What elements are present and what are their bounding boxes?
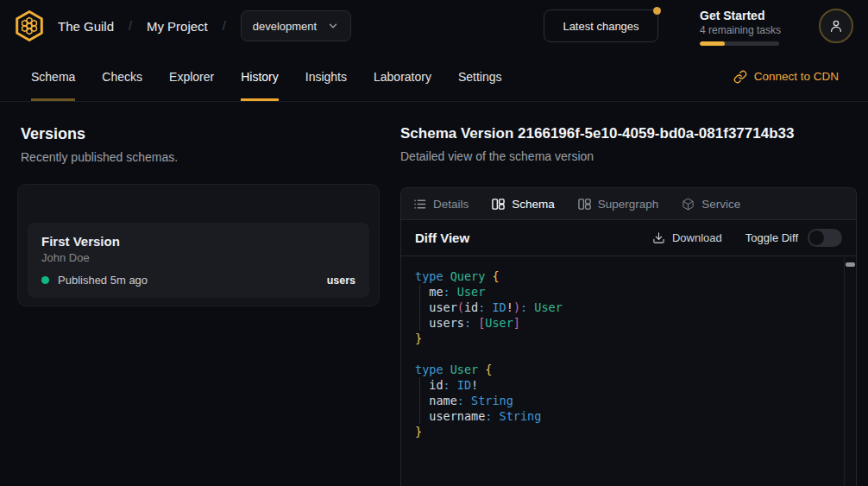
target-selector[interactable]: development — [241, 10, 351, 41]
download-button[interactable]: Download — [652, 231, 722, 244]
tab-checks[interactable]: Checks — [102, 52, 142, 101]
diff-view-title: Diff View — [415, 230, 469, 245]
target-selector-value: development — [253, 20, 317, 33]
toggle-diff-knob — [809, 230, 824, 245]
latest-changes-label: Latest changes — [563, 20, 638, 33]
chevron-down-icon — [327, 20, 339, 32]
main-content: Versions Recently published schemas. Fir… — [0, 102, 868, 486]
code-line: id: ID! — [415, 377, 842, 393]
service-badge: users — [327, 275, 355, 287]
columns-icon — [492, 198, 505, 211]
version-author: John Doe — [41, 251, 355, 264]
code-line: users: [User] — [415, 315, 842, 331]
get-started-widget[interactable]: Get Started 4 remaining tasks — [700, 9, 781, 46]
code-line: type User { — [415, 362, 842, 377]
download-label: Download — [672, 231, 722, 244]
published-status-text: Published 5m ago — [58, 274, 148, 287]
code-line: } — [415, 424, 842, 439]
indent-guide — [419, 284, 420, 331]
target-nav: Schema Checks Explorer History Insights … — [0, 52, 868, 102]
version-detail-header: Schema Version 2166196f-5e10-4059-bd0a-0… — [400, 125, 794, 163]
user-icon — [827, 17, 845, 35]
tab-settings[interactable]: Settings — [458, 52, 502, 101]
detail-tab-bar: Details Schema Supergr — [401, 188, 856, 220]
code-line: } — [415, 331, 842, 346]
breadcrumb-separator: / — [223, 19, 226, 33]
indent-guide — [419, 377, 420, 424]
code-line: name: String — [415, 393, 842, 408]
versions-subtitle: Recently published schemas. — [21, 150, 178, 164]
tab-insights[interactable]: Insights — [305, 52, 347, 101]
versions-title: Versions — [21, 125, 178, 143]
toggle-diff-label: Toggle Diff — [745, 231, 798, 244]
schema-code-viewer[interactable]: type Query { me: User user(id: ID!): Use… — [401, 257, 856, 486]
version-detail-subtitle: Detailed view of the schema version — [400, 149, 794, 163]
notification-dot — [653, 7, 661, 15]
tab-supergraph-label: Supergraph — [598, 198, 659, 211]
tab-laboratory[interactable]: Laboratory — [374, 52, 431, 101]
connect-to-cdn-label: Connect to CDN — [754, 70, 839, 83]
version-list-item[interactable]: First Version John Doe Published 5m ago … — [28, 223, 369, 298]
published-status-dot — [41, 276, 49, 284]
breadcrumb-org[interactable]: The Guild — [58, 19, 114, 34]
code-line: me: User — [415, 284, 842, 300]
list-icon — [413, 198, 426, 211]
hive-logo-icon — [12, 9, 47, 43]
code-scrollbar[interactable] — [844, 257, 856, 486]
tab-supergraph[interactable]: Supergraph — [578, 198, 659, 211]
latest-changes-button[interactable]: Latest changes — [544, 9, 658, 42]
tab-service[interactable]: Service — [682, 198, 740, 211]
versions-list: First Version John Doe Published 5m ago … — [17, 184, 380, 306]
get-started-title: Get Started — [700, 9, 781, 23]
toggle-diff-switch[interactable] — [808, 229, 842, 247]
link-icon — [733, 70, 747, 84]
hive-app: The Guild / My Project / development Lat… — [0, 0, 868, 486]
code-line: type Query { — [415, 268, 842, 284]
connect-to-cdn-button[interactable]: Connect to CDN — [733, 52, 839, 101]
tab-schema-view[interactable]: Schema — [492, 198, 555, 211]
get-started-progressbar — [700, 41, 779, 46]
breadcrumb: The Guild / My Project / development — [58, 10, 351, 41]
version-name: First Version — [41, 234, 355, 249]
code-line: username: String — [415, 408, 842, 424]
tab-explorer[interactable]: Explorer — [169, 52, 214, 101]
versions-header: Versions Recently published schemas. — [21, 125, 178, 164]
tab-details-label: Details — [433, 198, 469, 211]
cube-icon — [682, 198, 695, 211]
breadcrumb-project[interactable]: My Project — [147, 19, 208, 34]
columns-icon — [578, 198, 591, 211]
get-started-subtitle: 4 remaining tasks — [700, 24, 781, 37]
code-line: user(id: ID!): User — [415, 300, 842, 315]
version-detail-title: Schema Version 2166196f-5e10-4059-bd0a-0… — [400, 125, 794, 142]
tab-schema-view-label: Schema — [512, 198, 555, 211]
top-header: The Guild / My Project / development Lat… — [0, 0, 868, 52]
version-meta: Published 5m ago users — [41, 274, 355, 287]
progress-fill — [700, 41, 725, 46]
version-detail-panel: Details Schema Supergr — [400, 187, 857, 486]
breadcrumb-separator: / — [129, 19, 132, 33]
tab-details[interactable]: Details — [413, 198, 469, 211]
code-scrollbar-thumb[interactable] — [846, 262, 855, 267]
tab-service-label: Service — [701, 198, 740, 211]
diff-toolbar: Diff View Download Toggle Diff — [401, 220, 856, 256]
code-line — [415, 346, 842, 362]
hive-logo[interactable] — [12, 9, 47, 43]
user-avatar[interactable] — [819, 9, 853, 43]
tab-schema[interactable]: Schema — [31, 52, 75, 101]
tab-history[interactable]: History — [241, 52, 279, 101]
download-icon — [652, 231, 665, 244]
code-block: type Query { me: User user(id: ID!): Use… — [415, 268, 842, 439]
